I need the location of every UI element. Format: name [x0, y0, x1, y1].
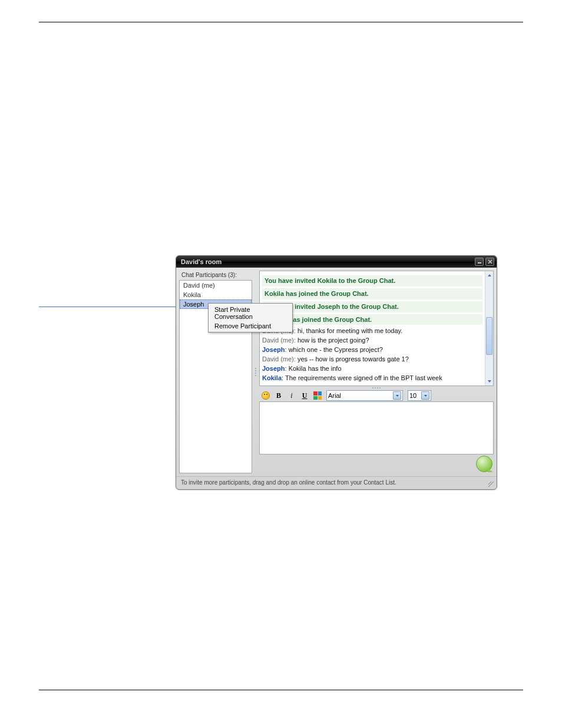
- system-message: You have invited Joseph to the Group Cha…: [262, 301, 482, 312]
- font-size-select[interactable]: 10: [408, 390, 431, 401]
- chat-message: David (me): hi, thanks for meeting with …: [262, 327, 482, 335]
- chat-message: Joseph: Kokila has the info: [262, 364, 482, 373]
- send-button[interactable]: [476, 456, 492, 472]
- scroll-track[interactable]: [485, 279, 493, 377]
- participant-item[interactable]: Kokila: [180, 290, 252, 299]
- resize-grip-icon[interactable]: [488, 482, 494, 487]
- underline-button[interactable]: U: [300, 391, 309, 400]
- splitter-handle-icon: [255, 368, 257, 376]
- conversation-box: You have invited Kokila to the Group Cha…: [259, 271, 494, 386]
- font-size-value: 10: [409, 392, 416, 399]
- font-select-value: Arial: [328, 392, 341, 399]
- system-message: Joseph has joined the Group Chat.: [262, 314, 482, 325]
- message-input[interactable]: [259, 401, 494, 454]
- send-row: [259, 454, 494, 473]
- context-menu: Start Private Conversation Remove Partic…: [208, 303, 293, 332]
- message-text: Kokila has the info: [289, 365, 342, 372]
- message-text: yes -- how is progress towards gate 1?: [297, 355, 409, 363]
- message-text: hi, thanks for meeting with me today.: [297, 327, 402, 334]
- svg-rect-0: [478, 262, 481, 263]
- chat-message: Kokila: The requirements were signed off…: [262, 374, 482, 383]
- sender-label: David (me): [262, 355, 294, 363]
- system-message: Kokila has joined the Group Chat.: [262, 288, 482, 299]
- scroll-thumb[interactable]: [486, 317, 492, 355]
- close-button[interactable]: [485, 258, 494, 266]
- titlebar: David's room: [176, 256, 497, 268]
- bold-button[interactable]: B: [275, 391, 283, 400]
- chat-message: David (me): yes -- how is progress towar…: [262, 355, 482, 364]
- chevron-down-icon: [393, 391, 401, 400]
- chat-message: Joseph: which one - the Cypress project?: [262, 345, 482, 354]
- sender-label: Joseph: [262, 346, 285, 353]
- chevron-down-icon: [421, 391, 429, 400]
- format-toolbar: B i U Arial 10: [259, 390, 494, 401]
- italic-button[interactable]: i: [287, 391, 296, 400]
- window-title: David's room: [181, 258, 473, 265]
- message-text: how is the project going?: [297, 337, 369, 344]
- scrollbar[interactable]: [485, 271, 493, 386]
- emoji-icon[interactable]: [262, 391, 270, 400]
- scroll-up-button[interactable]: [485, 271, 493, 279]
- message-text: which one - the Cypress project?: [289, 346, 383, 353]
- scroll-down-button[interactable]: [485, 377, 493, 386]
- sender-label: David (me): [262, 337, 294, 344]
- menu-item-remove-participant[interactable]: Remove Participant: [210, 321, 291, 331]
- participant-item[interactable]: David (me): [180, 281, 252, 290]
- bottom-rule: [39, 690, 523, 690]
- message-text: The requirements were signed off in the …: [285, 374, 442, 381]
- main-column: You have invited Kokila to the Group Cha…: [259, 271, 494, 473]
- footer-tip-text: To invite more participants, drag and dr…: [181, 479, 396, 486]
- menu-item-start-private-conversation[interactable]: Start Private Conversation: [210, 305, 291, 321]
- chat-window: David's room Chat Participants (3): Davi…: [176, 255, 497, 490]
- font-select[interactable]: Arial: [326, 390, 403, 401]
- callout-line: [39, 307, 182, 307]
- system-message: You have invited Kokila to the Group Cha…: [262, 275, 482, 286]
- body-area: Chat Participants (3): David (me) Kokila…: [176, 268, 497, 476]
- participants-label: Chat Participants (3):: [179, 271, 252, 280]
- footer-tip: To invite more participants, drag and dr…: [176, 476, 497, 489]
- sender-label: Kokila: [262, 374, 282, 381]
- splitter-handle-icon: [372, 387, 381, 389]
- chat-message: David (me): how is the project going?: [262, 336, 482, 345]
- top-rule: [39, 22, 523, 22]
- conversation-scroll: You have invited Kokila to the Group Cha…: [260, 271, 485, 386]
- vertical-splitter[interactable]: [254, 271, 257, 473]
- minimize-button[interactable]: [475, 258, 484, 266]
- sender-label: Joseph: [262, 365, 285, 372]
- sidebar: Chat Participants (3): David (me) Kokila…: [179, 271, 252, 473]
- color-picker-icon[interactable]: [313, 391, 322, 400]
